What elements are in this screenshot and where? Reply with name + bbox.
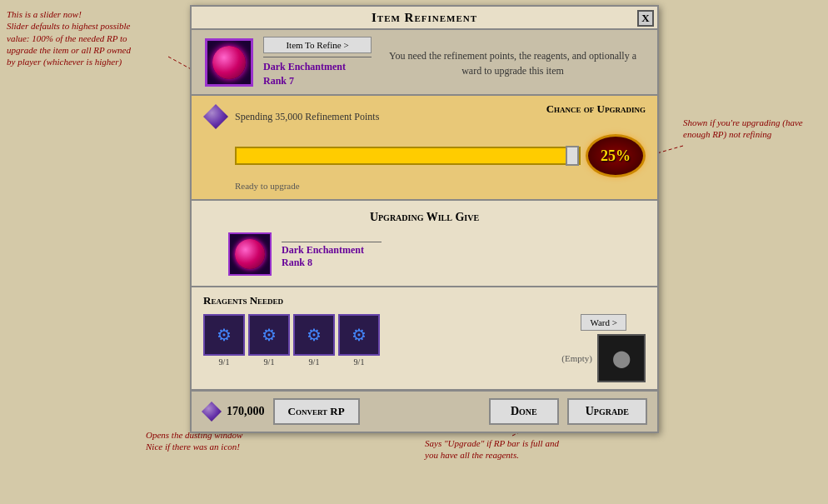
ward-button[interactable]: Ward > <box>581 314 626 331</box>
rp-slider[interactable] <box>235 147 581 165</box>
upgrade-button[interactable]: Upgrade <box>567 398 647 425</box>
upgrade-section: Chance of Upgrading Spending 35,000 Refi… <box>192 96 657 201</box>
reagents-row: ⚙ 9/1 ⚙ 9/1 ⚙ 9/1 <box>203 314 646 382</box>
rp-display: 170,000 <box>202 402 265 422</box>
item-name: Dark Enchantment <box>263 61 372 73</box>
reagent-item-1[interactable]: ⚙ <box>203 314 245 356</box>
reagent-count-1: 9/1 <box>219 357 230 367</box>
chance-percent: 25% <box>601 147 631 165</box>
ward-section: Ward > (Empty) ⬤ <box>561 314 646 382</box>
item-to-refine-button[interactable]: Item To Refine > <box>263 37 372 53</box>
ward-slot[interactable]: ⬤ <box>597 334 646 382</box>
slider-container: 25% <box>203 134 646 177</box>
reagent-count-3: 9/1 <box>309 357 320 367</box>
reagent-count-2: 9/1 <box>264 357 275 367</box>
result-item-slot <box>228 232 272 276</box>
reagent-slot-2: ⚙ 9/1 <box>248 314 290 367</box>
result-rank: Rank 8 <box>282 257 382 269</box>
dialog-title-bar: Item Refinement X <box>192 7 657 30</box>
upgrading-will-give-title: Upgrading Will Give <box>203 211 646 224</box>
ward-slot-row: (Empty) ⬤ <box>561 334 646 382</box>
upgrade-result-section: Upgrading Will Give Dark Enchantment Ran… <box>192 201 657 287</box>
done-button[interactable]: Done <box>489 398 559 425</box>
reagent-item-4[interactable]: ⚙ <box>338 314 380 356</box>
annotation-says-upgrade: Says "Upgrade" if RP bar is full and you… <box>425 437 571 462</box>
reagent-count-4: 9/1 <box>354 357 365 367</box>
info-text: You need the refinement points, the reag… <box>389 50 636 77</box>
reagent-icon-3: ⚙ <box>307 325 322 345</box>
reagent-icon-2: ⚙ <box>262 325 277 345</box>
result-item-info: Dark Enchantment Rank 8 <box>282 240 382 269</box>
item-rank: Rank 7 <box>263 75 372 87</box>
bottom-bar: 170,000 Convert RP Done Upgrade <box>192 391 657 432</box>
reagents-grid: ⚙ 9/1 ⚙ 9/1 ⚙ 9/1 <box>203 314 380 367</box>
reagent-icon-4: ⚙ <box>352 325 367 345</box>
result-divider <box>282 242 382 242</box>
rp-amount: 170,000 <box>227 405 265 418</box>
reagents-title: Reagents Needed <box>203 294 646 307</box>
rp-crystal-icon <box>203 104 228 129</box>
result-item-row: Dark Enchantment Rank 8 <box>203 232 646 276</box>
ward-slot-icon: ⬤ <box>612 348 631 368</box>
item-slot-image <box>205 38 253 87</box>
dialog-title: Item Refinement <box>372 11 477 24</box>
reagent-icon-1: ⚙ <box>217 325 232 345</box>
ward-empty-label: (Empty) <box>561 353 592 363</box>
result-gem-icon <box>235 239 265 269</box>
reagent-slot-1: ⚙ 9/1 <box>203 314 245 367</box>
spending-text: Spending 35,000 Refinement Points <box>235 111 379 123</box>
reagent-item-2[interactable]: ⚙ <box>248 314 290 356</box>
item-info: Item To Refine > Dark Enchantment Rank 7 <box>263 37 372 87</box>
chance-label: Chance of Upgrading <box>546 102 646 116</box>
item-refinement-dialog: Item Refinement X Item To Refine > Dark … <box>190 5 659 433</box>
reagents-section: Reagents Needed ⚙ 9/1 ⚙ 9/1 <box>192 287 657 391</box>
ready-text: Ready to upgrade <box>203 181 646 191</box>
info-bar: Item To Refine > Dark Enchantment Rank 7… <box>192 30 657 96</box>
item-divider <box>263 57 372 57</box>
item-gem-icon <box>212 46 246 79</box>
result-name: Dark Enchantment <box>282 244 382 257</box>
reagent-slot-3: ⚙ 9/1 <box>293 314 335 367</box>
rp-bottom-icon <box>202 402 222 422</box>
reagent-item-3[interactable]: ⚙ <box>293 314 335 356</box>
close-button[interactable]: X <box>637 10 654 27</box>
annotation-slider: This is a slider now!Slider defaults to … <box>7 8 140 67</box>
reagent-slot-4: ⚙ 9/1 <box>338 314 380 367</box>
convert-rp-button[interactable]: Convert RP <box>273 398 360 425</box>
annotation-shown-if: Shown if you're upgrading (have enough R… <box>683 117 808 141</box>
chance-badge: 25% <box>586 134 646 177</box>
